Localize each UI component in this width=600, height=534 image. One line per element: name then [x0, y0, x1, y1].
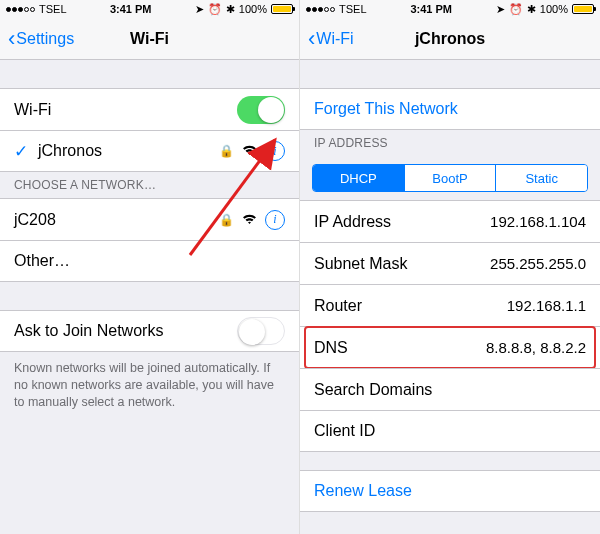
ip-address-row: IP Address 192.168.1.104 [300, 200, 600, 242]
carrier-label: TSEL [339, 3, 367, 15]
battery-icon [271, 4, 293, 14]
other-label: Other… [14, 252, 285, 270]
seg-static[interactable]: Static [495, 165, 587, 191]
info-icon[interactable]: i [265, 141, 285, 161]
checkmark-icon: ✓ [14, 141, 28, 162]
dns-row[interactable]: DNS 8.8.8.8, 8.8.2.2 [300, 326, 600, 368]
connected-network-row[interactable]: ✓ jChronos 🔒 i [0, 130, 299, 172]
lock-icon: 🔒 [219, 213, 234, 227]
status-time: 3:41 PM [367, 3, 496, 15]
content-area: Wi-Fi ✓ jChronos 🔒 i CHOOSE A NETWORK… j… [0, 60, 299, 534]
back-label: Settings [16, 30, 74, 48]
wifi-settings-screen: TSEL 3:41 PM ➤ ⏰ ✱ 100% ‹ Settings Wi-Fi… [0, 0, 300, 534]
seg-bootp[interactable]: BootP [404, 165, 496, 191]
client-id-row[interactable]: Client ID [300, 410, 600, 452]
ip-label: IP Address [314, 213, 490, 231]
location-icon: ➤ [496, 3, 505, 16]
seg-dhcp[interactable]: DHCP [313, 165, 404, 191]
router-label: Router [314, 297, 507, 315]
info-icon[interactable]: i [265, 210, 285, 230]
wifi-toggle-row[interactable]: Wi-Fi [0, 88, 299, 130]
ip-address-header: IP ADDRESS [300, 130, 600, 156]
battery-icon [572, 4, 594, 14]
bluetooth-icon: ✱ [226, 3, 235, 16]
status-time: 3:41 PM [67, 3, 195, 15]
client-id-label: Client ID [314, 422, 586, 440]
search-domains-label: Search Domains [314, 381, 586, 399]
chevron-left-icon: ‹ [308, 28, 315, 50]
renew-label: Renew Lease [314, 482, 586, 500]
subnet-value: 255.255.255.0 [490, 255, 586, 272]
ip-value: 192.168.1.104 [490, 213, 586, 230]
status-bar: TSEL 3:41 PM ➤ ⏰ ✱ 100% [300, 0, 600, 18]
lock-icon: 🔒 [219, 144, 234, 158]
forget-label: Forget This Network [314, 100, 586, 118]
ip-mode-segmented: DHCP BootP Static [300, 156, 600, 200]
wifi-icon [242, 212, 257, 228]
content-area: Forget This Network IP ADDRESS DHCP Boot… [300, 60, 600, 534]
alarm-icon: ⏰ [208, 3, 222, 16]
choose-network-header: CHOOSE A NETWORK… [0, 172, 299, 198]
battery-pct: 100% [239, 3, 267, 15]
bluetooth-icon: ✱ [527, 3, 536, 16]
other-network-row[interactable]: Other… [0, 240, 299, 282]
search-domains-row[interactable]: Search Domains [300, 368, 600, 410]
back-button[interactable]: ‹ Settings [8, 28, 74, 50]
signal-dots-icon [306, 7, 335, 12]
back-button[interactable]: ‹ Wi-Fi [308, 28, 354, 50]
chevron-left-icon: ‹ [8, 28, 15, 50]
connected-network-name: jChronos [38, 142, 219, 160]
subnet-label: Subnet Mask [314, 255, 490, 273]
wifi-icon [242, 143, 257, 159]
alarm-icon: ⏰ [509, 3, 523, 16]
forget-network-button[interactable]: Forget This Network [300, 88, 600, 130]
carrier-label: TSEL [39, 3, 67, 15]
available-network-row[interactable]: jC208 🔒 i [0, 198, 299, 240]
dns-value: 8.8.8.8, 8.8.2.2 [486, 339, 586, 356]
nav-bar: ‹ Settings Wi-Fi [0, 18, 299, 60]
ask-footer-note: Known networks will be joined automatica… [0, 352, 299, 411]
renew-lease-button[interactable]: Renew Lease [300, 470, 600, 512]
signal-dots-icon [6, 7, 35, 12]
battery-pct: 100% [540, 3, 568, 15]
wifi-label: Wi-Fi [14, 101, 237, 119]
back-label: Wi-Fi [316, 30, 353, 48]
ask-to-join-row[interactable]: Ask to Join Networks [0, 310, 299, 352]
network-name: jC208 [14, 211, 219, 229]
router-value: 192.168.1.1 [507, 297, 586, 314]
ask-label: Ask to Join Networks [14, 322, 237, 340]
wifi-toggle[interactable] [237, 96, 285, 124]
ask-toggle[interactable] [237, 317, 285, 345]
subnet-row: Subnet Mask 255.255.255.0 [300, 242, 600, 284]
router-row: Router 192.168.1.1 [300, 284, 600, 326]
status-bar: TSEL 3:41 PM ➤ ⏰ ✱ 100% [0, 0, 299, 18]
location-icon: ➤ [195, 3, 204, 16]
dns-label: DNS [314, 339, 486, 357]
network-detail-screen: TSEL 3:41 PM ➤ ⏰ ✱ 100% ‹ Wi-Fi jChronos… [300, 0, 600, 534]
nav-bar: ‹ Wi-Fi jChronos [300, 18, 600, 60]
